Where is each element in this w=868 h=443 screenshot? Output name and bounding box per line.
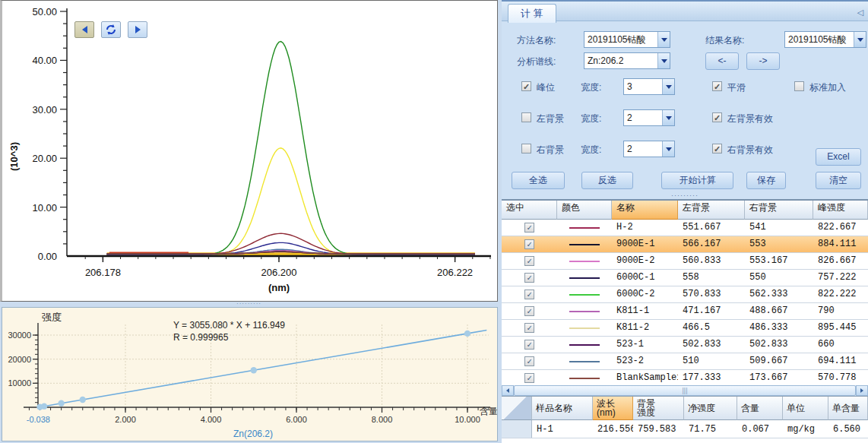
row-checkbox[interactable] — [524, 239, 534, 249]
column-header[interactable]: 左背景 — [678, 201, 745, 220]
next-spectrum-button[interactable] — [128, 21, 147, 38]
result-name-select[interactable]: 20191105钴酸 — [784, 31, 866, 48]
table-row[interactable]: 9000E-1566.167553884.111 — [502, 236, 868, 253]
svg-text:8.000: 8.000 — [372, 415, 393, 424]
table-row[interactable]: 9000E-2560.833553.167826.667 — [502, 253, 868, 270]
left-bg-cell: 558 — [678, 270, 745, 286]
row-checkbox[interactable] — [524, 373, 534, 383]
save-button[interactable]: 保存 — [746, 172, 786, 189]
chevron-down-icon[interactable] — [662, 110, 674, 125]
svg-text:6.000: 6.000 — [286, 415, 307, 424]
prev-line-button[interactable]: <- — [705, 52, 739, 70]
column-header[interactable]: 背景 强度 — [633, 397, 684, 420]
width3-select[interactable]: 2 — [623, 141, 675, 157]
analysis-line-select[interactable]: Zn:206.2 — [584, 52, 670, 69]
right-bg-cell: 553 — [745, 236, 813, 252]
chevron-down-icon[interactable] — [657, 53, 670, 68]
width1-select[interactable]: 3 — [623, 78, 675, 95]
series-color-line — [569, 328, 600, 329]
clear-button[interactable]: 清空 — [816, 172, 861, 189]
excel-button[interactable]: Excel — [816, 148, 861, 166]
result-cell: H-1 — [532, 420, 593, 438]
column-header[interactable]: 峰强度 — [813, 201, 868, 220]
right-bg-cell: 550 — [745, 270, 813, 286]
svg-text:30.00: 30.00 — [32, 104, 57, 115]
selected-cell — [502, 286, 557, 302]
select-all-button[interactable]: 全选 — [512, 172, 565, 189]
right-bg-valid-checkbox[interactable] — [712, 144, 722, 153]
smooth-checkbox[interactable] — [712, 81, 722, 91]
svg-text:含量: 含量 — [480, 406, 497, 416]
series-color-line — [569, 227, 600, 229]
width2-select[interactable]: 2 — [623, 109, 675, 126]
table-row[interactable]: 6000C-2570.833562.333822.222 — [502, 286, 868, 303]
table-row[interactable]: 6000C-1558550757.222 — [502, 270, 868, 286]
table-row[interactable]: BlankSample1177.333173.667570.778 — [502, 370, 868, 387]
scrollbar-thumb[interactable] — [514, 385, 856, 396]
peak-intensity-cell: 757.222 — [813, 270, 868, 286]
row-checkbox[interactable] — [524, 273, 534, 283]
peak-intensity-cell: 895.445 — [813, 320, 868, 336]
result-row[interactable]: H-1216.556759.58371.750.067mg/kg6.560 — [502, 420, 868, 438]
color-cell — [557, 353, 612, 369]
result-cell: mg/kg — [783, 420, 828, 438]
left-bg-valid-checkbox[interactable] — [712, 112, 722, 122]
arrow-right-icon — [135, 26, 141, 33]
left-bg-checkbox[interactable] — [521, 112, 531, 122]
row-checkbox[interactable] — [524, 306, 534, 316]
column-header[interactable]: 单含量 — [828, 397, 868, 420]
row-checkbox[interactable] — [524, 340, 534, 350]
svg-text:206.222: 206.222 — [437, 267, 473, 278]
row-checkbox[interactable] — [524, 256, 534, 266]
invert-selection-button[interactable]: 反选 — [581, 172, 633, 189]
right-bg-cell: 509.667 — [745, 353, 813, 369]
spectra-table: 选中颜色名称左背景右背景峰强度 H-2551.667541822.6679000… — [502, 199, 868, 385]
left-column: 0.0010.0020.0030.0040.0050.00(10^3)206.1… — [0, 0, 498, 443]
panel-splitter[interactable]: ········· — [502, 192, 868, 199]
column-header[interactable]: 样品名称 — [532, 397, 593, 420]
horizontal-splitter[interactable]: ········· — [0, 302, 498, 307]
column-header[interactable]: 单位 — [783, 397, 828, 420]
standard-addition-checkbox[interactable] — [794, 81, 804, 91]
column-header[interactable]: 含量 — [737, 397, 783, 420]
name-cell: K811-1 — [612, 303, 678, 319]
chevron-down-icon[interactable] — [854, 32, 866, 47]
refresh-button[interactable] — [101, 21, 121, 38]
spectra-table-body: H-2551.667541822.6679000E-1566.167553884… — [502, 220, 868, 387]
row-checkbox[interactable] — [524, 356, 534, 366]
tab-calculate[interactable]: 计 算 — [508, 4, 556, 23]
svg-text:206.200: 206.200 — [261, 267, 297, 278]
peak-position-checkbox[interactable] — [521, 81, 531, 91]
table-row[interactable]: H-2551.667541822.667 — [502, 220, 868, 236]
chevron-down-icon[interactable] — [662, 79, 674, 94]
collapse-panel-icon[interactable]: ◁ — [857, 8, 863, 17]
table-row[interactable]: 523-2510509.667694.111 — [502, 353, 868, 370]
right-bg-checkbox[interactable] — [521, 144, 531, 153]
scroll-left-button[interactable] — [502, 385, 514, 396]
left-bg-label: 左背景 — [537, 112, 564, 125]
prev-spectrum-button[interactable] — [74, 21, 94, 38]
table-row[interactable]: K811-2466.5486.333895.445 — [502, 320, 868, 337]
row-checkbox[interactable] — [524, 223, 534, 233]
column-header[interactable]: 净强度 — [684, 397, 737, 420]
table-row[interactable]: K811-1471.167488.667790 — [502, 303, 868, 320]
method-name-select[interactable]: 20191105钴酸 — [584, 31, 670, 48]
peak-intensity-cell: 694.111 — [813, 353, 868, 369]
result-table: 样品名称波长 (nm)背景 强度净强度含量单位单含量 H-1216.556759… — [502, 396, 868, 443]
column-header[interactable]: 选中 — [502, 201, 557, 220]
chevron-down-icon[interactable] — [662, 141, 674, 157]
column-header[interactable]: 名称 — [612, 201, 678, 220]
result-cell: 759.583 — [633, 420, 684, 438]
table-corner-cell[interactable] — [502, 397, 532, 420]
column-header[interactable]: 右背景 — [745, 201, 813, 220]
scroll-right-button[interactable] — [856, 385, 868, 396]
start-calculation-button[interactable]: 开始计算 — [661, 172, 733, 189]
column-header[interactable]: 颜色 — [557, 201, 612, 220]
row-checkbox[interactable] — [524, 323, 534, 333]
next-line-button[interactable]: -> — [746, 52, 780, 70]
column-header[interactable]: 波长 (nm) — [593, 397, 633, 420]
name-cell: 9000E-1 — [612, 236, 678, 252]
table-row[interactable]: 523-1502.833502.833660 — [502, 337, 868, 353]
row-checkbox[interactable] — [524, 290, 534, 299]
chevron-down-icon[interactable] — [657, 32, 670, 47]
